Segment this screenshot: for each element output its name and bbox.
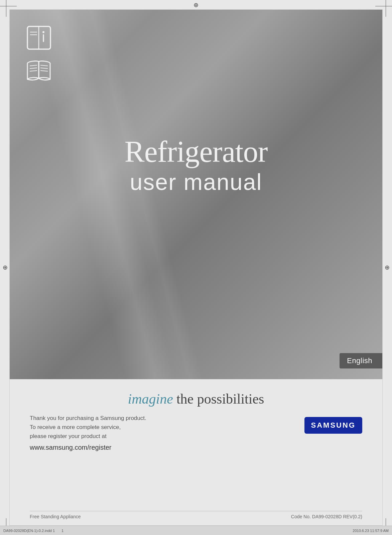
samsung-logo-box: SAMSUNG bbox=[304, 417, 362, 434]
svg-line-11 bbox=[40, 71, 48, 71]
desc-website: www.samsung.com/register bbox=[30, 442, 146, 453]
svg-line-9 bbox=[40, 65, 48, 66]
crop-mark-tr-v bbox=[386, 0, 386, 17]
print-footer-file: DA99-02028D(EN-1)-0.2.indd 1 bbox=[3, 529, 55, 533]
print-footer-right: 2010.6.23 11:57:9 AM bbox=[353, 529, 389, 533]
desc-line2: To receive a more complete service, bbox=[30, 424, 121, 430]
samsung-logo-text: SAMSUNG bbox=[311, 421, 356, 430]
footer-left: Free Standing Appliance bbox=[30, 514, 81, 519]
registration-mark-left: ⊕ bbox=[2, 264, 8, 271]
samsung-logo-area: SAMSUNG bbox=[304, 417, 362, 434]
title-user-manual: user manual bbox=[10, 169, 382, 196]
tagline-rest: the possibilities bbox=[176, 391, 264, 407]
tagline-imagine: imagine bbox=[128, 391, 173, 407]
footer-right: Code No. DA99-02028D REV(0.2) bbox=[291, 514, 362, 519]
info-book-icon bbox=[23, 23, 55, 53]
registration-mark-right: ⊕ bbox=[384, 264, 390, 271]
footer-row: Free Standing Appliance Code No. DA99-02… bbox=[30, 511, 362, 519]
tagline-row: imagine the possibilities bbox=[30, 391, 362, 407]
page-wrapper: Refrigerator user manual English imagine… bbox=[9, 9, 383, 526]
description-text: Thank you for purchasing a Samsung produ… bbox=[30, 414, 146, 453]
cover-section: Refrigerator user manual English bbox=[10, 10, 382, 379]
svg-line-8 bbox=[30, 71, 37, 71]
registration-mark-top: ⊕ bbox=[193, 2, 200, 8]
print-footer-page-num: 1 bbox=[61, 529, 63, 533]
print-footer-left: DA99-02028D(EN-1)-0.2.indd 1 1 bbox=[3, 529, 63, 533]
title-refrigerator: Refrigerator bbox=[10, 137, 382, 167]
svg-line-6 bbox=[30, 65, 37, 66]
crop-mark-tl-h bbox=[0, 6, 17, 6]
svg-point-4 bbox=[42, 31, 44, 33]
language-badge: English bbox=[340, 353, 382, 368]
svg-line-7 bbox=[30, 68, 37, 69]
print-footer: DA99-02028D(EN-1)-0.2.indd 1 1 2010.6.23… bbox=[0, 526, 392, 535]
open-book-icon bbox=[23, 55, 55, 85]
desc-line3: please register your product at bbox=[30, 433, 107, 439]
svg-line-10 bbox=[40, 68, 48, 69]
crop-mark-tl-v bbox=[6, 0, 6, 17]
title-area: Refrigerator user manual bbox=[10, 137, 382, 196]
crop-mark-tr-h bbox=[375, 6, 392, 6]
manual-icon-area bbox=[23, 23, 55, 85]
bottom-section: imagine the possibilities Thank you for … bbox=[10, 379, 382, 525]
print-footer-date: 2010.6.23 11:57:9 AM bbox=[353, 529, 389, 533]
desc-line1: Thank you for purchasing a Samsung produ… bbox=[30, 415, 146, 421]
desc-logo-row: Thank you for purchasing a Samsung produ… bbox=[30, 414, 362, 453]
